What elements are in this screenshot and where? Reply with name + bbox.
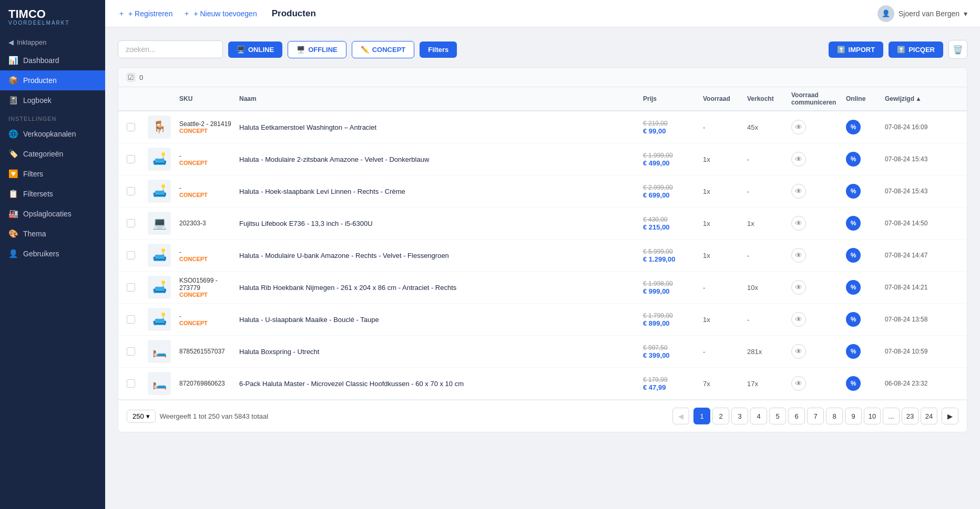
- eye-icon[interactable]: 👁: [791, 216, 806, 231]
- page-button-7[interactable]: 7: [807, 408, 824, 424]
- percent-icon[interactable]: %: [846, 344, 861, 359]
- stock-communicate-cell[interactable]: 👁: [791, 280, 844, 295]
- select-all-checkbox[interactable]: ☑: [127, 73, 135, 81]
- page-button-24[interactable]: 24: [921, 408, 937, 424]
- page-button-8[interactable]: 8: [826, 408, 843, 424]
- search-input[interactable]: [118, 40, 223, 58]
- stock-communicate-cell[interactable]: 👁: [791, 312, 844, 327]
- product-name[interactable]: Haluta - Modulaire 2-zitsbank Amazone - …: [239, 155, 641, 163]
- row-checkbox[interactable]: [127, 123, 146, 131]
- stock-communicate-cell[interactable]: 👁: [791, 344, 844, 359]
- col-modified-header[interactable]: Gewijzigd ▲: [885, 95, 958, 102]
- prev-page-button[interactable]: ◀: [672, 408, 689, 424]
- eye-icon[interactable]: 👁: [791, 312, 806, 327]
- sidebar-item-verkoopkanalen[interactable]: 🌐 Verkoopkanalen: [0, 124, 105, 144]
- delete-button[interactable]: 🗑️: [948, 40, 967, 59]
- row-checkbox[interactable]: [127, 187, 146, 195]
- sidebar-item-producten[interactable]: 📦 Producten: [0, 70, 105, 90]
- eye-icon[interactable]: 👁: [791, 280, 806, 295]
- eye-icon[interactable]: 👁: [791, 248, 806, 263]
- stock-communicate-cell[interactable]: 👁: [791, 216, 844, 231]
- eye-icon[interactable]: 👁: [791, 344, 806, 359]
- sidebar-item-categorieen[interactable]: 🏷️ Categorieën: [0, 144, 105, 164]
- filters-label: Filters: [428, 46, 448, 54]
- percent-icon[interactable]: %: [846, 184, 861, 199]
- add-new-button[interactable]: ＋ + Nieuw toevoegen: [183, 9, 257, 18]
- import-button[interactable]: ⬆️ IMPORT: [829, 41, 884, 58]
- row-checkbox[interactable]: [127, 347, 146, 356]
- stock-communicate-cell[interactable]: 👁: [791, 376, 844, 391]
- plus-icon-2: ＋: [183, 9, 190, 18]
- sidebar-item-dashboard[interactable]: 📊 Dashboard: [0, 50, 105, 70]
- online-cell[interactable]: %: [846, 312, 883, 327]
- stock-communicate-cell[interactable]: 👁: [791, 184, 844, 199]
- percent-icon[interactable]: %: [846, 120, 861, 134]
- page-button-23[interactable]: 23: [902, 408, 918, 424]
- row-checkbox[interactable]: [127, 219, 146, 227]
- filters-button[interactable]: Filters: [420, 41, 457, 58]
- page-button-5[interactable]: 5: [769, 408, 786, 424]
- row-checkbox[interactable]: [127, 283, 146, 292]
- row-checkbox[interactable]: [127, 155, 146, 163]
- percent-icon[interactable]: %: [846, 152, 861, 167]
- price-cell: € 997,50 € 399,00: [643, 344, 701, 359]
- product-name[interactable]: Fujitsu Lifebook E736 - 13,3 inch - i5-6…: [239, 220, 641, 227]
- page-button-6[interactable]: 6: [788, 408, 805, 424]
- online-cell[interactable]: %: [846, 280, 883, 295]
- next-page-button[interactable]: ▶: [942, 408, 958, 424]
- eye-icon[interactable]: 👁: [791, 376, 806, 391]
- percent-icon[interactable]: %: [846, 248, 861, 263]
- pagination-bar: 250 ▾ Weergeeft 1 tot 250 van 5843 totaa…: [118, 400, 967, 432]
- sidebar-item-thema[interactable]: 🎨 Thema: [0, 224, 105, 244]
- product-name[interactable]: 6-Pack Haluta Master - Microvezel Classi…: [239, 380, 641, 388]
- sidebar-item-filters[interactable]: 🔽 Filters: [0, 164, 105, 184]
- online-cell[interactable]: %: [846, 376, 883, 391]
- online-cell[interactable]: %: [846, 152, 883, 167]
- online-filter-button[interactable]: 🖥️ ONLINE: [228, 41, 282, 58]
- eye-icon[interactable]: 👁: [791, 152, 806, 167]
- register-button[interactable]: ＋ + Registreren: [118, 9, 172, 18]
- page-size-select[interactable]: 250 ▾: [127, 410, 156, 423]
- offline-filter-button[interactable]: 🖥️ OFFLINE: [288, 41, 346, 58]
- online-cell[interactable]: %: [846, 344, 883, 359]
- sku-cell: - CONCEPT: [179, 152, 237, 166]
- page-button-1[interactable]: 1: [693, 408, 710, 424]
- percent-icon[interactable]: %: [846, 312, 861, 327]
- page-button-9[interactable]: 9: [845, 408, 862, 424]
- row-checkbox[interactable]: [127, 251, 146, 259]
- product-name[interactable]: Haluta - Modulaire U-bank Amazone - Rech…: [239, 252, 641, 259]
- sidebar-collapse-button[interactable]: ◀ Inklappen: [0, 34, 105, 50]
- page-button-2[interactable]: 2: [712, 408, 729, 424]
- sidebar-item-opslaglocaties[interactable]: 🏭 Opslaglocaties: [0, 204, 105, 224]
- online-cell[interactable]: %: [846, 120, 883, 134]
- concept-filter-button[interactable]: ✏️ CONCEPT: [352, 41, 415, 58]
- page-button-4[interactable]: 4: [750, 408, 767, 424]
- stock-communicate-cell[interactable]: 👁: [791, 248, 844, 263]
- page-button-10[interactable]: 10: [864, 408, 881, 424]
- product-name[interactable]: Haluta Boxspring - Utrecht: [239, 348, 641, 356]
- percent-icon[interactable]: %: [846, 216, 861, 231]
- user-menu[interactable]: 👤 Sjoerd van Bergen ▾: [877, 5, 967, 22]
- product-name[interactable]: Haluta Rib Hoekbank Nijmegen - 261 x 204…: [239, 284, 641, 292]
- product-name[interactable]: Haluta - U-slaapbank Maaike - Bouclé - T…: [239, 316, 641, 324]
- picqer-button[interactable]: ⬆️ PICQER: [889, 41, 943, 58]
- product-name[interactable]: Haluta - Hoek-slaapbank Levi Linnen - Re…: [239, 188, 641, 195]
- stock-communicate-cell[interactable]: 👁: [791, 120, 844, 134]
- select-all-control[interactable]: ☑ 0: [127, 73, 143, 81]
- content-area: 🖥️ ONLINE 🖥️ OFFLINE ✏️ CONCEPT Filters …: [105, 27, 980, 509]
- eye-icon[interactable]: 👁: [791, 184, 806, 199]
- page-button-3[interactable]: 3: [731, 408, 748, 424]
- sidebar-item-filtersets[interactable]: 📋 Filtersets: [0, 184, 105, 204]
- sidebar-item-gebruikers[interactable]: 👤 Gebruikers: [0, 244, 105, 264]
- eye-icon[interactable]: 👁: [791, 120, 806, 134]
- online-cell[interactable]: %: [846, 184, 883, 199]
- percent-icon[interactable]: %: [846, 280, 861, 295]
- percent-icon[interactable]: %: [846, 376, 861, 391]
- stock-communicate-cell[interactable]: 👁: [791, 152, 844, 167]
- online-cell[interactable]: %: [846, 216, 883, 231]
- product-name[interactable]: Haluta Eetkamerstoel Washington – Antrac…: [239, 123, 641, 131]
- online-cell[interactable]: %: [846, 248, 883, 263]
- sidebar-item-logboek[interactable]: 📓 Logboek: [0, 90, 105, 110]
- row-checkbox[interactable]: [127, 379, 146, 388]
- row-checkbox[interactable]: [127, 315, 146, 324]
